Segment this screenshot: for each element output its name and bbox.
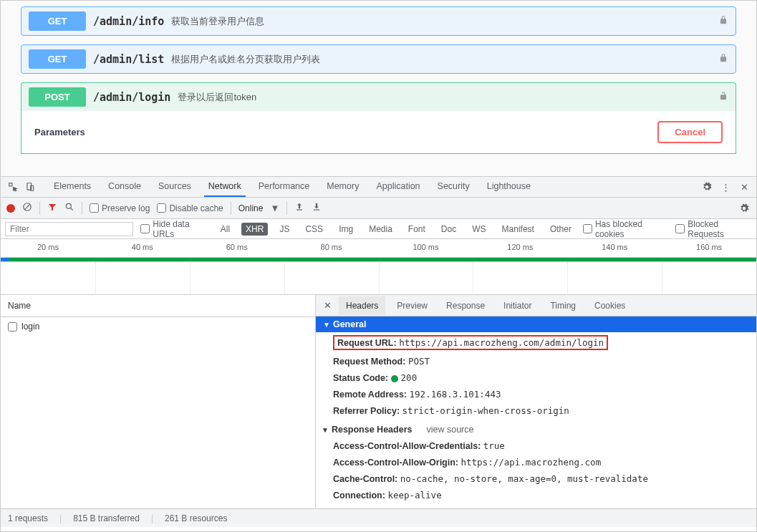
tab-performance[interactable]: Performance	[254, 177, 314, 197]
preserve-log-checkbox[interactable]: Preserve log	[90, 203, 150, 213]
settings-icon[interactable]	[738, 202, 751, 215]
dtab-response[interactable]: Response	[439, 296, 492, 315]
tab-memory[interactable]: Memory	[322, 177, 363, 197]
kv-ac-credentials: Access-Control-Allow-Credentials: true	[316, 437, 756, 454]
dtab-timing[interactable]: Timing	[543, 296, 583, 315]
tab-security[interactable]: Security	[433, 177, 474, 197]
lock-icon	[718, 53, 728, 65]
parameters-label: Parameters	[34, 127, 85, 137]
has-blocked-cookies-checkbox[interactable]: Has blocked cookies	[583, 219, 668, 239]
waterfall-area[interactable]	[1, 262, 756, 295]
upload-icon[interactable]	[294, 202, 304, 214]
filter-row: Hide data URLs All XHR JS CSS Img Media …	[1, 219, 756, 239]
time-tick: 160 ms	[662, 239, 756, 257]
unlock-icon	[718, 91, 728, 103]
time-tick: 100 ms	[379, 239, 473, 257]
endpoint-post-login[interactable]: POST /admin/login 登录以后返回token	[21, 82, 736, 111]
method-badge: GET	[29, 49, 86, 69]
request-name: login	[21, 321, 39, 332]
detail-pane: ✕ Headers Preview Response Initiator Tim…	[316, 295, 756, 508]
pill-img[interactable]: Img	[334, 223, 357, 236]
throttle-select[interactable]: Online	[238, 203, 264, 213]
status-requests: 1 requests	[8, 513, 48, 523]
pill-other[interactable]: Other	[546, 223, 576, 236]
kv-connection: Connection: keep-alive	[316, 487, 756, 503]
tab-lighthouse[interactable]: Lighthouse	[483, 177, 535, 197]
close-icon[interactable]: ✕	[738, 180, 751, 193]
blocked-requests-checkbox[interactable]: Blocked Requests	[675, 219, 752, 239]
time-tick: 20 ms	[1, 239, 95, 257]
method-badge: POST	[29, 87, 86, 107]
pill-font[interactable]: Font	[404, 223, 430, 236]
swagger-panel: GET /admin/info 获取当前登录用户信息 GET /admin/li…	[1, 1, 756, 176]
more-icon[interactable]: ⋮	[719, 180, 732, 193]
svg-rect-0	[9, 183, 12, 186]
request-list-header[interactable]: Name	[1, 295, 315, 317]
tab-elements[interactable]: Elements	[49, 177, 95, 197]
response-headers-section[interactable]: ▼ Response Headersview source	[316, 419, 756, 437]
cancel-button[interactable]: Cancel	[657, 121, 723, 143]
network-toolbar: Preserve log Disable cache Online ▼	[1, 198, 756, 219]
kv-request-method: Request Method: POST	[316, 353, 756, 369]
detail-close-icon[interactable]: ✕	[320, 300, 334, 311]
download-icon[interactable]	[312, 202, 322, 214]
svg-rect-7	[296, 210, 302, 211]
view-source-link[interactable]: view source	[426, 425, 473, 435]
endpoint-desc: 登录以后返回token	[178, 91, 256, 104]
lock-icon	[718, 15, 728, 27]
endpoint-desc: 根据用户名或姓名分页获取用户列表	[171, 53, 320, 66]
chevron-down-icon[interactable]: ▼	[270, 203, 279, 213]
tab-console[interactable]: Console	[104, 177, 145, 197]
svg-rect-8	[314, 210, 319, 211]
dtab-initiator[interactable]: Initiator	[496, 296, 539, 315]
kv-request-url: Request URL: https://api.macrozheng.com/…	[316, 332, 756, 353]
disable-cache-checkbox[interactable]: Disable cache	[157, 203, 223, 213]
endpoint-path: /admin/info	[93, 15, 164, 28]
request-list: Name login	[1, 295, 316, 508]
timeline-ruler[interactable]: 20 ms 40 ms 60 ms 80 ms 100 ms 120 ms 14…	[1, 239, 756, 258]
hide-data-urls-checkbox[interactable]: Hide data URLs	[140, 219, 209, 239]
time-tick: 120 ms	[473, 239, 567, 257]
pill-xhr[interactable]: XHR	[241, 223, 268, 236]
tab-sources[interactable]: Sources	[154, 177, 196, 197]
kv-referrer-policy: Referrer Policy: strict-origin-when-cros…	[316, 402, 756, 419]
dtab-preview[interactable]: Preview	[390, 296, 435, 315]
kv-ac-origin: Access-Control-Allow-Origin: https://api…	[316, 454, 756, 470]
method-badge: GET	[29, 11, 86, 31]
pill-ws[interactable]: WS	[468, 223, 490, 236]
tab-network[interactable]: Network	[204, 177, 246, 197]
clear-button[interactable]	[22, 202, 32, 214]
pill-manifest[interactable]: Manifest	[498, 223, 539, 236]
time-tick: 60 ms	[190, 239, 284, 257]
gear-icon[interactable]	[700, 180, 713, 193]
request-row-login[interactable]: login	[1, 317, 315, 336]
endpoint-path: /admin/login	[93, 91, 170, 104]
endpoint-get-info[interactable]: GET /admin/info 获取当前登录用户信息	[21, 6, 736, 36]
filter-input[interactable]	[5, 222, 133, 236]
dtab-cookies[interactable]: Cookies	[587, 296, 632, 315]
request-checkbox[interactable]	[8, 322, 17, 332]
status-dot-icon	[391, 375, 398, 382]
pill-js[interactable]: JS	[275, 223, 294, 236]
endpoint-get-list[interactable]: GET /admin/list 根据用户名或姓名分页获取用户列表	[21, 44, 736, 74]
record-button[interactable]	[6, 204, 15, 213]
inspect-icon[interactable]	[6, 180, 19, 193]
kv-status-code: Status Code: 200	[316, 369, 756, 386]
device-icon[interactable]	[24, 180, 37, 193]
parameters-row: Parameters Cancel	[21, 111, 736, 154]
pill-css[interactable]: CSS	[301, 223, 327, 236]
svg-line-4	[24, 204, 30, 210]
search-icon[interactable]	[64, 202, 74, 214]
status-bar: 1 requests | 815 B transferred | 261 B r…	[1, 508, 756, 527]
devtools-tabs: Elements Console Sources Network Perform…	[49, 177, 535, 197]
dtab-headers[interactable]: Headers	[339, 296, 385, 315]
pill-all[interactable]: All	[216, 223, 234, 236]
pill-doc[interactable]: Doc	[437, 223, 461, 236]
status-resources: 261 B resources	[165, 513, 227, 523]
general-section-header[interactable]: ▼General	[316, 316, 756, 332]
endpoint-path: /admin/list	[93, 53, 164, 66]
filter-icon[interactable]	[47, 202, 57, 214]
svg-line-6	[71, 208, 73, 211]
pill-media[interactable]: Media	[365, 223, 397, 236]
tab-application[interactable]: Application	[372, 177, 424, 197]
